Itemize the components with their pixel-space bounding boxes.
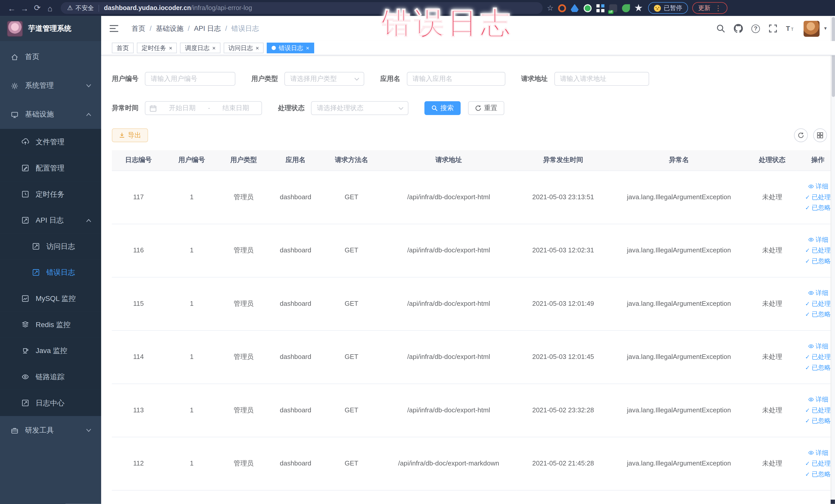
breadcrumb-item[interactable]: API 日志 [194, 24, 221, 33]
search-button[interactable]: 搜索 [424, 101, 461, 115]
sidebar-item-api-logs[interactable]: API 日志 [0, 207, 101, 234]
action-processed-link[interactable]: ✓已处理 [805, 193, 831, 202]
sidebar: 芋道管理系统 首页系统管理基础设施文件管理配置管理定时任务API 日志访问日志错… [0, 16, 101, 504]
extension-grid-icon[interactable] [596, 4, 604, 12]
action-detail-link[interactable]: 详细 [808, 288, 828, 297]
export-button[interactable]: 导出 [112, 128, 148, 142]
browser-menu-icon[interactable]: ⋮ [715, 4, 721, 12]
sidebar-item-file-management[interactable]: 文件管理 [0, 129, 101, 155]
help-icon[interactable]: ? [751, 24, 760, 33]
action-label: 详细 [815, 342, 828, 351]
exception-time-range-picker[interactable]: 开始日期 - 结束日期 [145, 101, 262, 115]
sidebar-item-error-log[interactable]: 错误日志 [0, 259, 101, 285]
action-detail-link[interactable]: 详细 [808, 448, 828, 457]
breadcrumb-item[interactable]: 首页 [131, 24, 145, 33]
user_type-cell: 管理员 [219, 224, 269, 277]
user-menu[interactable]: ▼ [804, 21, 828, 37]
extension-leaf-icon[interactable] [622, 4, 630, 12]
sidebar-item-redis-monitor[interactable]: Redis 监控 [0, 312, 101, 338]
security-warning[interactable]: ⚠ 不安全 [67, 4, 94, 12]
check-icon: ✓ [805, 407, 810, 414]
action-processed-link[interactable]: ✓已处理 [805, 246, 831, 255]
sidebar-item-scheduled-jobs[interactable]: 定时任务 [0, 181, 101, 207]
tab-error-log[interactable]: 错误日志× [267, 43, 314, 53]
svg-text:T: T [791, 27, 794, 32]
fullscreen-icon[interactable] [769, 24, 777, 33]
bookmark-star-icon[interactable]: ☆ [547, 4, 554, 12]
action-detail-link[interactable]: 详细 [808, 395, 828, 404]
tab-schedule-log[interactable]: 调度日志× [180, 43, 221, 53]
extension-green-icon[interactable] [584, 4, 591, 12]
sidebar-item-access-log[interactable]: 访问日志 [0, 234, 101, 260]
browser-update-button[interactable]: 更新 ⋮ [692, 2, 728, 14]
profile-emoji-icon [654, 5, 661, 12]
app-logo-row[interactable]: 芋道管理系统 [0, 16, 101, 41]
browser-forward-icon[interactable]: → [18, 3, 31, 12]
sidebar-item-home[interactable]: 首页 [0, 43, 101, 72]
action-ignored-link[interactable]: ✓已忽略 [805, 310, 831, 319]
chevron-up-icon [86, 218, 91, 223]
tab-close-icon[interactable]: × [169, 45, 172, 51]
column-settings-button[interactable] [813, 128, 827, 142]
action-ignored-link[interactable]: ✓已忽略 [805, 469, 831, 479]
log-icon [21, 216, 29, 224]
browser-back-icon[interactable]: ← [5, 3, 18, 12]
action-ignored-link[interactable]: ✓已忽略 [805, 363, 831, 372]
action-ignored-link[interactable]: ✓已忽略 [805, 203, 831, 212]
action-ignored-link[interactable]: ✓已忽略 [805, 257, 831, 265]
hamburger-icon[interactable] [109, 24, 119, 32]
exception-cell: java.lang.IllegalArgumentException [610, 170, 748, 224]
search-icon[interactable] [716, 24, 725, 33]
extensions-puzzle-icon[interactable] [634, 4, 643, 12]
process-status-select[interactable]: 请选择处理状态 [311, 101, 409, 115]
action-processed-link[interactable]: ✓已处理 [805, 406, 831, 415]
scrollbar-thumb[interactable] [832, 17, 835, 97]
breadcrumb-separator: / [225, 24, 227, 32]
annotation-overlay-title: 错误日志 [381, 3, 513, 44]
refresh-table-button[interactable] [794, 128, 808, 142]
tab-close-icon[interactable]: × [306, 45, 309, 51]
font-size-icon[interactable]: TT [786, 24, 795, 33]
action-detail-link[interactable]: 详细 [808, 235, 828, 244]
caret-down-icon: ▼ [823, 26, 827, 31]
action-ignored-link[interactable]: ✓已忽略 [805, 416, 831, 425]
breadcrumb-item[interactable]: 基础设施 [156, 24, 184, 33]
user_id-cell: 1 [165, 384, 218, 437]
tab-close-icon[interactable]: × [212, 45, 216, 51]
action-detail-link[interactable]: 详细 [808, 342, 828, 351]
extension-ring-icon[interactable] [558, 4, 566, 12]
sidebar-item-log-center[interactable]: 日志中心 [0, 390, 101, 416]
app-name-input[interactable] [407, 72, 505, 86]
sidebar-item-mysql-monitor[interactable]: MySQL 监控 [0, 285, 101, 312]
sidebar-item-trace[interactable]: 链路追踪 [0, 364, 101, 390]
sidebar-item-infrastructure[interactable]: 基础设施 [0, 100, 101, 129]
profile-paused-chip[interactable]: 已暂停 [648, 2, 688, 14]
sidebar-item-dev-tools[interactable]: 研发工具 [0, 416, 101, 445]
action-processed-link[interactable]: ✓已处理 [805, 352, 831, 361]
tab-home[interactable]: 首页 [112, 43, 134, 53]
sidebar-item-java-monitor[interactable]: Java 监控 [0, 338, 101, 364]
action-processed-link[interactable]: ✓已处理 [805, 459, 831, 468]
tab-access-log[interactable]: 访问日志× [224, 43, 264, 53]
github-icon[interactable] [734, 24, 743, 33]
page-scrollbar[interactable] [831, 16, 835, 504]
tab-close-icon[interactable]: × [256, 45, 259, 51]
chevron-down-icon [354, 77, 360, 81]
reset-button[interactable]: 重置 [468, 101, 504, 115]
request-url-input[interactable] [554, 72, 649, 86]
app-cell: dashboard [269, 277, 322, 330]
method-cell: GET [322, 277, 381, 330]
column-header-actions: 操作 [796, 150, 835, 170]
action-detail-link[interactable]: 详细 [808, 182, 828, 191]
user-id-input[interactable] [145, 72, 236, 86]
extension-switch-icon[interactable]: off [609, 4, 617, 12]
action-processed-link[interactable]: ✓已处理 [805, 299, 831, 308]
browser-home-icon[interactable]: ⌂ [44, 3, 57, 12]
browser-reload-icon[interactable]: ⟳ [31, 3, 44, 13]
user-type-select[interactable]: 请选择用户类型 [284, 72, 364, 86]
tab-scheduled-jobs[interactable]: 定时任务× [137, 43, 177, 53]
sidebar-item-config-management[interactable]: 配置管理 [0, 155, 101, 181]
sidebar-item-system-management[interactable]: 系统管理 [0, 72, 101, 100]
check-icon: ✓ [805, 247, 810, 254]
extension-drop-icon[interactable] [571, 4, 578, 12]
